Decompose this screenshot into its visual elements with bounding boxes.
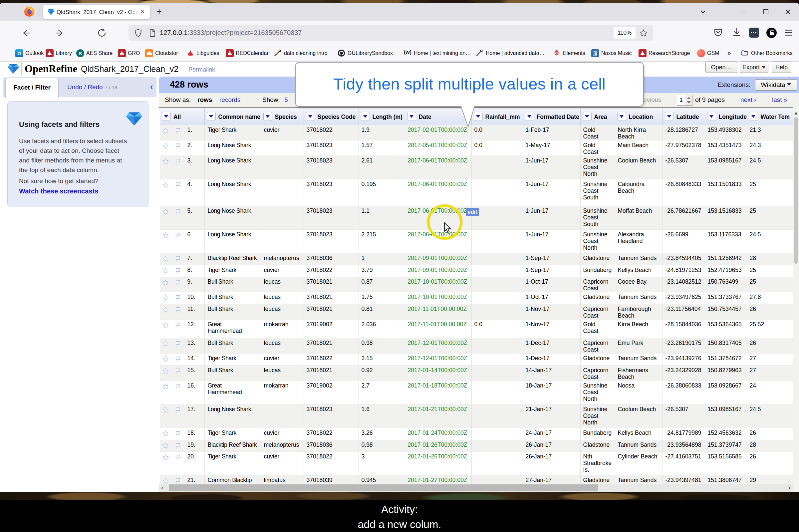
cell-location[interactable]: Coolum Beach [615, 404, 663, 428]
cell-formatted-date[interactable]: 21-Jan-17 [523, 404, 580, 428]
star-cell[interactable] [160, 229, 172, 253]
cell-date[interactable]: 2017-12-01T00:00:00Z [405, 338, 471, 353]
cell-water-temp[interactable]: 26 [747, 428, 793, 440]
star-icon[interactable] [162, 477, 169, 484]
cell-length[interactable]: 0.98 [359, 440, 405, 452]
password-manager-icon[interactable] [748, 27, 760, 38]
cell-species[interactable] [261, 404, 304, 428]
cell-area[interactable]: Sunshine Coast South [580, 206, 615, 229]
star-cell[interactable] [160, 277, 172, 292]
cell-location[interactable]: North Kirra Beach [615, 125, 663, 140]
bookmark-item[interactable]: Home | advanced data… [476, 48, 545, 59]
spinner-arrows-icon[interactable] [685, 95, 692, 105]
dropdown-icon[interactable] [361, 112, 370, 121]
cell-common-name[interactable]: Tiger Shark [204, 265, 261, 277]
cell-area[interactable]: Gladstone [580, 353, 615, 365]
cell-water-temp[interactable]: 24.5 [747, 229, 793, 253]
cell-species-code[interactable]: 37018022 [304, 428, 359, 440]
show-as-rows[interactable]: rows [197, 96, 212, 103]
flag-cell[interactable] [172, 404, 184, 428]
cell-date[interactable]: 2017-01-14T00:00:00Z [405, 365, 471, 381]
paging-last[interactable]: last » [772, 96, 787, 103]
cell-area[interactable]: Gladstone [580, 253, 615, 265]
cell-location[interactable]: Caloundra Beach [615, 179, 663, 206]
star-cell[interactable] [160, 404, 172, 428]
pocket-icon[interactable] [712, 27, 724, 38]
cell-rainfall[interactable] [471, 440, 523, 452]
cell-location[interactable]: Main Beach [615, 140, 663, 155]
cell-formatted-date[interactable]: 18-Jan-17 [523, 381, 580, 404]
cell-location[interactable]: Cylinder Beach [615, 452, 663, 475]
cell-rainfall[interactable] [471, 179, 523, 206]
cell-area[interactable]: Gold Coast [580, 140, 615, 155]
cell-length[interactable]: 1.6 [359, 404, 405, 428]
flag-cell[interactable] [172, 179, 184, 206]
cell-water-temp[interactable]: 24.3 [747, 140, 793, 155]
bookmark-item[interactable]: SAES Share [76, 48, 113, 59]
bookmark-item[interactable]: Naxos Music [591, 48, 632, 59]
star-icon[interactable] [162, 158, 169, 165]
cell-formatted-date[interactable]: 24-Jan-17 [523, 428, 580, 440]
star-cell[interactable] [160, 292, 172, 304]
cell-area[interactable]: Nth Stradbroke Is. [580, 452, 615, 475]
cell-water-temp[interactable]: 24 [747, 381, 793, 404]
cell-species-code[interactable]: 37018023 [304, 229, 359, 253]
cell-location[interactable]: Kellys Beach [615, 428, 663, 440]
cell-common-name[interactable]: Blacktip Reef Shark [204, 440, 261, 452]
cell-rainfall[interactable] [471, 475, 523, 484]
star-cell[interactable] [160, 179, 172, 206]
flag-cell[interactable] [172, 319, 184, 338]
cell-common-name[interactable]: Long Nose Shark [204, 140, 261, 155]
cell-species[interactable]: melanopterus [261, 253, 304, 265]
cell-species[interactable]: cuvier [261, 125, 304, 140]
cell-species[interactable]: leucas [261, 277, 304, 292]
cell-common-name[interactable]: Tiger Shark [204, 353, 261, 365]
cell-common-name[interactable]: Long Nose Shark [204, 404, 261, 428]
star-icon[interactable] [162, 279, 169, 286]
cell-water-temp[interactable]: 24.5 [747, 404, 793, 428]
cell-longitude[interactable]: 150.7534457 [705, 304, 747, 319]
cell-common-name[interactable]: Blacktip Reef Shark [204, 253, 261, 265]
window-maximize-icon[interactable] [761, 7, 771, 16]
bookmark-item[interactable]: Libguides [187, 48, 220, 59]
cell-common-name[interactable]: Common Blacktip [204, 475, 261, 484]
cell-longitude[interactable]: 153.4938302 [705, 125, 747, 140]
cell-species[interactable]: leucas [261, 292, 304, 304]
cell-location[interactable]: Kirra Beach [615, 319, 663, 338]
cell-length[interactable]: 2.61 [359, 155, 405, 179]
open-button[interactable]: Open… [705, 62, 737, 73]
star-cell[interactable] [160, 253, 172, 265]
bookmark-item[interactable]: » [727, 48, 736, 59]
cell-longitude[interactable]: 152.4719653 [705, 265, 747, 277]
cell-date[interactable]: 2017-06-01T00:00:00Z [405, 155, 471, 179]
cell-latitude[interactable]: -23.24329028 [663, 365, 705, 381]
cell-formatted-date[interactable]: 1-Jun-17 [523, 155, 580, 179]
cell-length[interactable]: 1 [359, 253, 405, 265]
cell-longitude[interactable]: 152.4563632 [705, 428, 747, 440]
dropdown-icon[interactable] [207, 112, 216, 121]
bookmark-item[interactable]: Other Bookmarks [741, 48, 792, 59]
cell-date[interactable]: 2017-10-01T00:00:00Z [405, 277, 471, 292]
cell-species-code[interactable]: 37018022 [304, 353, 359, 365]
cell-longitude[interactable]: 153.4351473 [705, 140, 747, 155]
cell-formatted-date[interactable]: 1-Jun-17 [523, 229, 580, 253]
cell-species-code[interactable]: 37018039 [304, 475, 359, 484]
column-header[interactable]: Location [615, 108, 663, 125]
cell-area[interactable]: Bundaberg [580, 265, 615, 277]
dropdown-icon[interactable] [707, 112, 716, 121]
cell-latitude[interactable]: -23.94139276 [663, 353, 705, 365]
cell-length[interactable]: 0.92 [359, 365, 405, 381]
bookmark-star-icon[interactable] [640, 29, 648, 37]
cell-area[interactable]: Sunshine Coast North [580, 404, 615, 428]
cell-latitude[interactable]: -24.81971253 [663, 265, 705, 277]
star-icon[interactable] [162, 406, 169, 414]
cell-formatted-date[interactable]: 1-Jun-17 [523, 206, 580, 229]
star-cell[interactable] [160, 381, 172, 404]
cell-common-name[interactable]: Tiger Shark [204, 452, 261, 475]
cell-rainfall[interactable] [471, 304, 523, 319]
cell-rainfall[interactable] [471, 452, 523, 475]
cell-formatted-date[interactable]: 1-Oct-17 [523, 292, 580, 304]
cell-rainfall[interactable] [471, 277, 523, 292]
cell-length[interactable]: 1.9 [359, 125, 405, 140]
cell-area[interactable]: Bundaberg [580, 428, 615, 440]
